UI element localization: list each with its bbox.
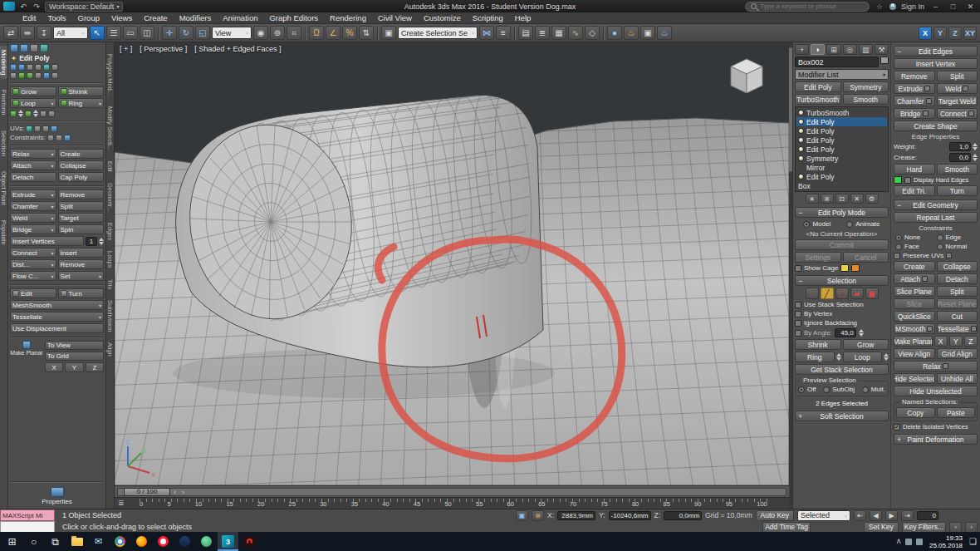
menu-item[interactable]: Views — [105, 13, 138, 22]
ribbon-icon[interactable] — [40, 111, 47, 117]
viewport-menu-plus[interactable]: [ + ] — [120, 45, 132, 53]
object-name-field[interactable]: Box002 — [795, 57, 879, 67]
modifier-stack-item[interactable]: Edit Poly — [796, 126, 887, 135]
rectangular-selection-region-icon[interactable]: ▭ — [123, 26, 138, 40]
by-vertex-checkbox[interactable]: By Vertex — [795, 310, 889, 317]
viewport[interactable]: [ + ] [ Perspective ] [ Shaded + Edged F… — [115, 42, 789, 509]
select-and-link-icon[interactable]: ⇄ — [3, 26, 18, 40]
align-icon[interactable]: ≡ — [496, 26, 511, 40]
previous-key-icon[interactable]: ‹ — [949, 522, 962, 533]
commit-button[interactable]: Commit — [795, 239, 889, 250]
uv-icon[interactable] — [51, 125, 57, 132]
acrobat-icon[interactable] — [239, 532, 260, 551]
tab-freeform[interactable]: Freeform — [0, 86, 7, 119]
render-setup-icon[interactable]: ♨ — [624, 26, 639, 40]
insert-vertices-button[interactable]: Insert Vertices — [10, 236, 84, 246]
maxscript-macro-line[interactable]: MAXScript Mi — [0, 509, 55, 521]
view-align-button[interactable]: View Align — [894, 348, 935, 359]
constraint-icon[interactable] — [56, 135, 62, 141]
constraint-face-radio[interactable]: Face — [895, 243, 935, 250]
previous-frame-icon[interactable]: ◀ — [870, 510, 882, 521]
by-angle-checkbox[interactable]: By Angle:45,0 — [795, 328, 889, 337]
visibility-bulb-icon[interactable] — [798, 119, 804, 125]
extrude-button[interactable]: Extrude — [894, 83, 935, 94]
edit-named-selection-sets-icon[interactable]: ▣ — [381, 26, 396, 40]
selection-filter-dropdown[interactable]: All▾ — [53, 27, 88, 39]
ribbon-panel-label[interactable]: Polygon Mod... — [106, 54, 114, 96]
tab-object-paint[interactable]: Object Paint — [0, 167, 7, 209]
relax-settings-icon[interactable] — [943, 363, 948, 369]
by-angle-value[interactable]: 45,0 — [835, 328, 856, 337]
planar-x-button[interactable]: X — [45, 362, 63, 372]
constraint-normal-radio[interactable]: Normal — [937, 243, 977, 250]
search-input[interactable] — [760, 2, 861, 10]
favorites-icon[interactable]: ☆ — [875, 2, 884, 11]
ribbon-icon[interactable] — [10, 44, 18, 52]
shrink-button[interactable]: Shrink — [58, 86, 105, 96]
create-shape-button[interactable]: Create Shape — [894, 121, 978, 131]
connect-button[interactable]: Connect▾ — [10, 248, 56, 258]
attach-button[interactable]: Attach▾ — [10, 160, 56, 170]
delete-isolated-vertices-checkbox[interactable]: ✓Delete Isolated Vertices — [894, 423, 978, 430]
ribbon-icon[interactable] — [27, 72, 33, 79]
slice-plane-button[interactable]: Slice Plane — [894, 286, 935, 297]
set-key-button[interactable]: Set Key — [864, 522, 899, 533]
utilities-tab-icon[interactable]: ⚒ — [875, 44, 889, 55]
start-button[interactable]: ⊞ — [2, 532, 22, 551]
trackbar-config-icon[interactable]: ≣ — [118, 499, 125, 507]
volume-icon[interactable] — [916, 539, 923, 545]
preview-off-radio[interactable]: Off — [798, 386, 816, 393]
quickslice-button[interactable]: QuickSlice — [894, 311, 935, 322]
weld-button[interactable]: Weld▾ — [10, 213, 56, 223]
detach-button[interactable]: Detach — [10, 172, 56, 182]
ribbon-icon[interactable] — [10, 72, 17, 79]
connect-settings-icon[interactable] — [968, 111, 974, 116]
chrome-icon[interactable] — [110, 532, 130, 551]
y-coordinate-field[interactable]: -10240,6mm — [609, 511, 651, 520]
use-displacement-button[interactable]: Use Displacement — [10, 323, 104, 333]
scene-explorer-icon[interactable]: ▤ — [518, 26, 533, 40]
detach-button[interactable]: Detach — [937, 273, 978, 284]
ribbon-icon[interactable] — [43, 64, 50, 71]
maximize-button[interactable]: □ — [947, 2, 959, 11]
maxscript-listener-line[interactable] — [0, 521, 55, 533]
curve-editor-icon[interactable]: ∿ — [568, 26, 583, 40]
search-taskbar-icon[interactable]: ○ — [23, 532, 44, 551]
sign-in-link[interactable]: Sign In — [901, 2, 924, 11]
remove-loop-button[interactable]: Remove — [58, 259, 105, 269]
menu-item[interactable]: Help — [509, 13, 537, 22]
menu-item[interactable]: Rendering — [324, 13, 372, 22]
modify-tab-icon[interactable]: ◗ — [811, 44, 825, 55]
crease-value[interactable]: 0,0 — [949, 153, 971, 162]
named-selection-sets-dropdown[interactable]: Create Selection Se▾ — [398, 27, 478, 39]
command-panel-scrollbar[interactable] — [789, 42, 792, 509]
pin-stack-icon[interactable]: ∗ — [806, 194, 819, 204]
extrude-settings-icon[interactable] — [924, 86, 930, 91]
ribbon-icon[interactable] — [27, 64, 33, 71]
animate-radio[interactable]: Animate — [846, 220, 880, 228]
ribbon-icon[interactable] — [35, 64, 42, 71]
modifier-stack-item[interactable]: Edit Poly — [796, 135, 887, 145]
taskbar-clock[interactable]: 19:33 25.05.2018 — [927, 534, 965, 549]
tessellate-button[interactable]: Tessellate — [937, 323, 978, 334]
ribbon-toggle-icon[interactable]: ▦ — [551, 26, 566, 40]
steam-icon[interactable] — [174, 532, 195, 551]
turn-button[interactable]: Turn — [937, 185, 978, 196]
make-unique-icon[interactable]: ⊡ — [835, 194, 849, 204]
bind-to-space-warp-icon[interactable]: ↧ — [37, 26, 51, 40]
planar-y-button[interactable]: Y — [65, 362, 83, 372]
axis-constraint-xy[interactable]: XY — [963, 27, 977, 40]
axis-constraint-z[interactable]: Z — [948, 27, 962, 40]
mirror-icon[interactable]: ⋈ — [479, 26, 494, 40]
menu-item[interactable]: Civil View — [372, 13, 418, 22]
layer-explorer-icon[interactable]: ≣ — [535, 26, 550, 40]
planar-z-button[interactable]: Z — [964, 336, 978, 347]
reset-plane-button[interactable]: Reset Plane — [937, 298, 978, 309]
select-object-icon[interactable]: ↖ — [90, 26, 105, 40]
axis-constraint-x[interactable]: X — [919, 27, 932, 40]
border-subobject-icon[interactable]: ▢ — [835, 288, 849, 299]
select-and-rotate-icon[interactable]: ↻ — [179, 26, 194, 40]
hierarchy-tab-icon[interactable]: ⊞ — [826, 44, 840, 55]
loop-button[interactable]: Loop — [843, 352, 883, 362]
uv-icon[interactable] — [42, 125, 49, 132]
